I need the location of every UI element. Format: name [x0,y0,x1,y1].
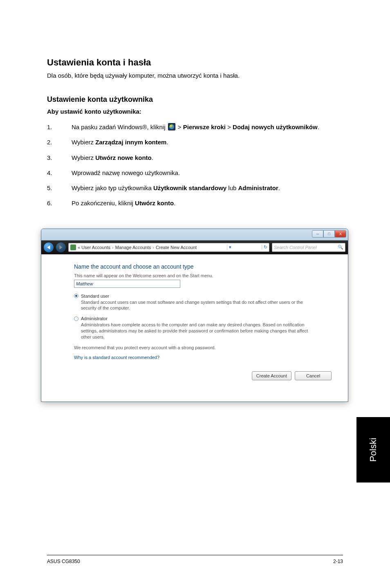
dialog-heading: Name the account and choose an account t… [74,263,344,270]
language-tab: Polski [356,417,390,483]
dialog-subtext: This name will appear on the Welcome scr… [74,273,344,278]
dialog-body: Name the account and choose an account t… [41,254,348,402]
page-title: Ustawienia konta i hasła [47,57,343,68]
chevron-right-icon: › [112,245,114,250]
create-account-button[interactable]: Create Account [252,371,291,380]
forward-button[interactable] [56,242,66,252]
step-text: Po zakończeniu, kliknij Utwórz konto. [72,198,343,208]
window-titlebar[interactable]: ─ □ X [41,229,348,240]
footer-left: ASUS CG8350 [47,559,80,564]
close-button[interactable]: X [335,230,346,238]
section-title: Ustawienie konta użytkownika [47,95,343,104]
intro-text: Dla osób, które będą używały komputer, m… [47,72,343,79]
location-icon [70,245,76,250]
radio-label: Administrator [81,316,108,321]
cancel-button[interactable]: Cancel [295,371,332,380]
footer-right: 2-13 [333,559,343,564]
radio-selected-icon [74,294,78,298]
back-button[interactable] [44,242,54,252]
section-subtitle: Aby ustawić konto użytkownika: [47,108,343,115]
step-number: 2. [47,137,72,147]
radio-unselected-icon [74,316,78,321]
maximize-button[interactable]: □ [323,230,335,238]
list-item: 3. Wybierz Utwórz nowe konto. [47,153,343,162]
language-label: Polski [368,438,379,462]
step-number: 6. [47,198,72,208]
start-button-icon [168,123,175,130]
dialog-window: ─ □ X « User Accounts › Manage Accounts … [41,229,348,402]
breadcrumb-item[interactable]: Create New Account [156,245,197,250]
breadcrumb-item[interactable]: « User Accounts [78,245,110,250]
window-toolbar: « User Accounts › Manage Accounts › Crea… [41,240,348,254]
step-list: 1. Na pasku zadań Windows®, kliknij > Pi… [47,122,343,208]
step-number: 5. [47,183,72,193]
chevron-right-icon: › [152,245,154,250]
why-link[interactable]: Why is a standard account recommended? [74,355,344,360]
recommendation-text: We recommend that you protect every acco… [74,345,344,350]
step-number: 3. [47,153,72,162]
refresh-icon[interactable]: ↻ [262,245,267,250]
account-name-input[interactable]: Matthew [74,280,180,288]
radio-description: Standard account users can use most soft… [81,299,310,312]
step-text: Wybierz Zarządzaj innym kontem. [72,137,343,147]
search-input[interactable]: Search Control Panel 🔍 [272,243,345,252]
breadcrumb[interactable]: « User Accounts › Manage Accounts › Crea… [68,243,269,252]
address-dropdown-icon[interactable]: ▾ [227,245,231,250]
list-item: 4. Wprowadź nazwę nowego użytkownika. [47,168,343,177]
list-item: 1. Na pasku zadań Windows®, kliknij > Pi… [47,122,343,132]
list-item: 6. Po zakończeniu, kliknij Utwórz konto. [47,198,343,208]
step-text: Wprowadź nazwę nowego użytkownika. [72,168,343,177]
step-number: 4. [47,168,72,177]
list-item: 2. Wybierz Zarządzaj innym kontem. [47,137,343,147]
radio-standard-user[interactable]: Standard user [74,294,344,298]
search-icon[interactable]: 🔍 [338,245,343,250]
list-item: 5. Wybierz jako typ użytkownika Użytkown… [47,183,343,193]
step-text: Na pasku zadań Windows®, kliknij > Pierw… [72,122,343,132]
radio-label: Standard user [81,294,109,298]
step-number: 1. [47,122,72,132]
step-text: Wybierz jako typ użytkownika Użytkownik … [72,183,343,193]
minimize-button[interactable]: ─ [312,230,323,238]
page-footer: ASUS CG8350 2-13 [47,555,343,564]
search-placeholder: Search Control Panel [274,245,317,250]
radio-description: Administrators have complete access to t… [81,322,310,340]
step-text: Wybierz Utwórz nowe konto. [72,153,343,162]
radio-administrator[interactable]: Administrator [74,316,344,321]
breadcrumb-item[interactable]: Manage Accounts [115,245,151,250]
